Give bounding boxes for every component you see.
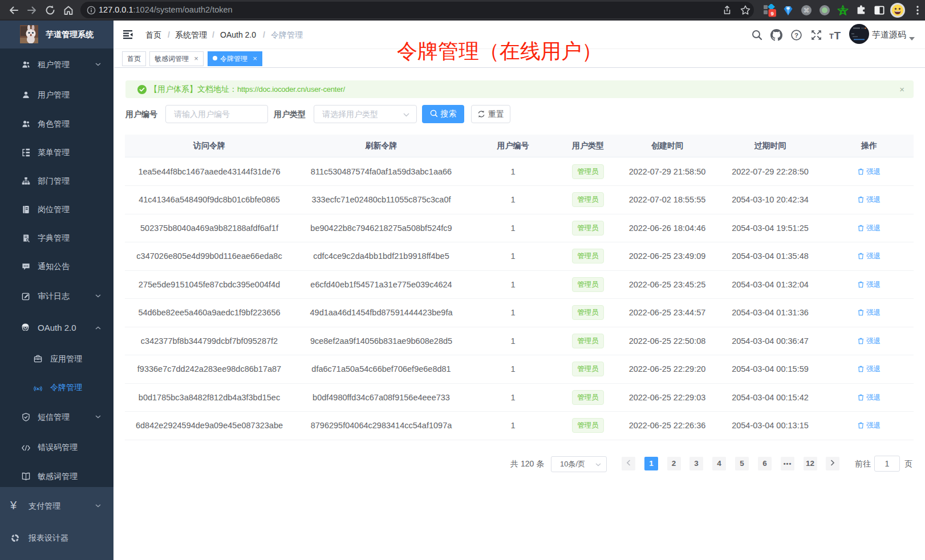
svg-text:T: T (829, 32, 834, 40)
svg-text:T: T (834, 30, 841, 40)
svg-text:⌘: ⌘ (804, 7, 810, 14)
svg-text:a: a (37, 387, 39, 391)
svg-text:?: ? (794, 32, 798, 39)
svg-text:9: 9 (771, 10, 774, 17)
